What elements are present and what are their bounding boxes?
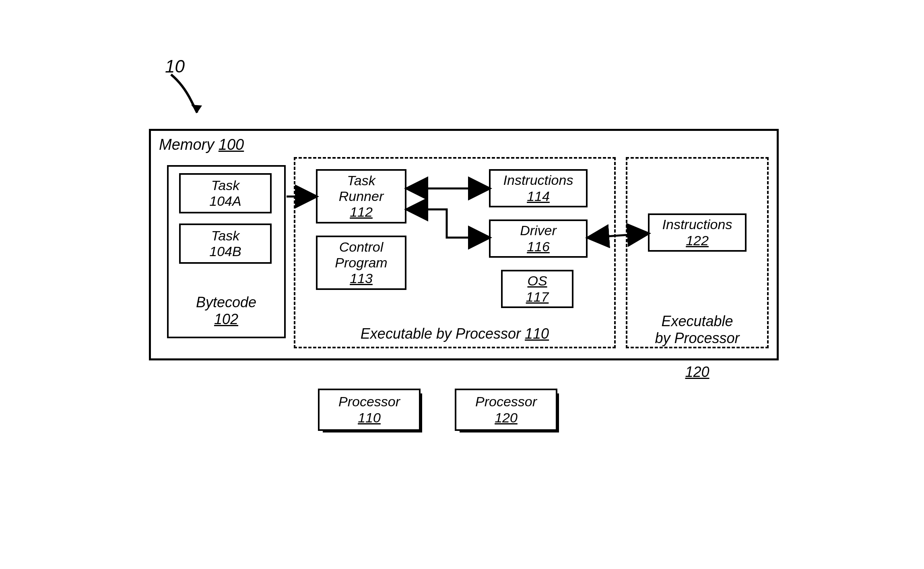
diagram-canvas: 10 Memory 100 Task 104A Task 104B Byteco… xyxy=(0,0,924,569)
instructions-114-ref: 114 xyxy=(527,188,550,204)
instructions-114-block: Instructions 114 xyxy=(489,169,588,207)
figure-arrow xyxy=(169,72,209,121)
task-a-label: Task xyxy=(211,178,240,193)
exec-110-ref: 110 xyxy=(525,325,549,342)
os-label: OS xyxy=(527,273,547,289)
task-b-block: Task 104B xyxy=(179,223,272,264)
os-ref: 117 xyxy=(526,289,549,305)
os-block: OS 117 xyxy=(501,270,573,308)
task-runner-label: Task Runner xyxy=(339,173,384,204)
task-runner-ref: 112 xyxy=(350,204,373,220)
memory-ref: 100 xyxy=(219,136,244,153)
processor-110-label: Processor xyxy=(338,394,400,410)
task-a-ref: 104A xyxy=(209,193,241,209)
task-a-block: Task 104A xyxy=(179,173,272,213)
processor-120-block: Processor 120 xyxy=(455,389,557,431)
driver-label: Driver xyxy=(520,223,557,238)
exec-120-caption: Executable by Processor 120 xyxy=(650,296,745,381)
processor-120-label: Processor xyxy=(475,394,537,410)
exec-120-ref: 120 xyxy=(685,364,709,380)
task-b-label: Task xyxy=(211,228,240,244)
exec-110-caption: Executable by Processor 110 xyxy=(350,325,559,342)
memory-label: Memory 100 xyxy=(159,136,244,153)
svg-marker-0 xyxy=(191,105,202,113)
exec-120-label: Executable by Processor xyxy=(655,313,739,346)
control-program-block: Control Program 113 xyxy=(316,236,406,290)
processor-110-block: Processor 110 xyxy=(318,389,421,431)
control-program-ref: 113 xyxy=(350,271,373,286)
processor-120-ref: 120 xyxy=(495,410,518,426)
processor-110-ref: 110 xyxy=(358,410,381,426)
task-runner-block: Task Runner 112 xyxy=(316,169,406,223)
instructions-114-label: Instructions xyxy=(503,172,573,188)
instructions-122-block: Instructions 122 xyxy=(648,213,747,252)
memory-label-text: Memory xyxy=(159,136,214,153)
control-program-label: Control Program xyxy=(335,239,387,271)
driver-block: Driver 116 xyxy=(489,219,588,258)
driver-ref: 116 xyxy=(527,239,550,254)
bytecode-caption: Bytecode 102 xyxy=(190,294,262,328)
instructions-122-label: Instructions xyxy=(662,217,732,232)
bytecode-label: Bytecode xyxy=(196,294,256,310)
exec-110-label: Executable by Processor xyxy=(361,325,521,342)
instructions-122-ref: 122 xyxy=(686,233,709,248)
bytecode-ref: 102 xyxy=(214,311,238,327)
task-b-ref: 104B xyxy=(209,244,241,259)
